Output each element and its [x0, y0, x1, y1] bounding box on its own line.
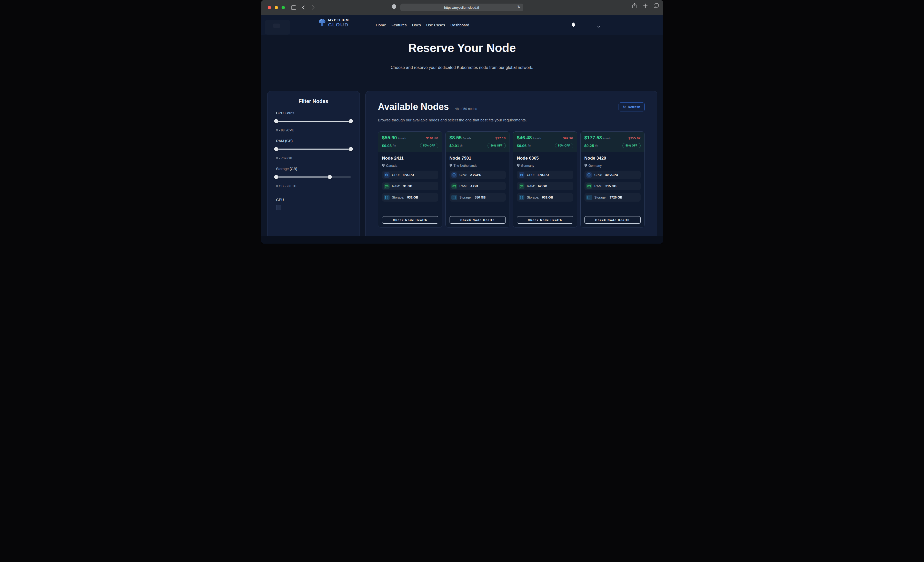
cpu-label: CPU:	[392, 173, 400, 177]
per-hour-label: /hr	[528, 144, 531, 147]
ram-spec-row: RAM: 315 GB	[585, 182, 640, 190]
price-per-month: $8.55	[450, 135, 462, 140]
check-node-health-button[interactable]: Check Node Health	[450, 216, 506, 224]
slider-handle-max[interactable]	[349, 147, 353, 151]
per-hour-label: /hr	[393, 144, 396, 147]
filter-panel: Filter Nodes CPU Cores 0 - 88 vCPU RAM (…	[267, 91, 360, 244]
storage-icon	[452, 195, 457, 200]
discount-badge: 50% OFF	[420, 143, 438, 148]
check-node-health-button[interactable]: Check Node Health	[517, 216, 573, 224]
back-icon[interactable]	[302, 5, 304, 10]
storage-label: Storage:	[594, 196, 606, 199]
node-card-body: Node 6365 Germany CPU: 8	[513, 152, 577, 227]
brand-logo[interactable]: MYCΞLIUM CLOUD	[318, 18, 349, 27]
node-location: Germany	[588, 164, 602, 167]
location-pin-icon	[585, 164, 587, 168]
node-card[interactable]: $177.53 /month $355.07 $0.25 /hr 50% OFF…	[580, 132, 645, 227]
check-node-health-button[interactable]: Check Node Health	[382, 216, 438, 224]
slider-handle-min[interactable]	[274, 119, 278, 123]
refresh-button[interactable]: ↻ Refresh	[619, 102, 645, 111]
slider-handle-max[interactable]	[349, 119, 353, 123]
tab-overview-icon[interactable]	[654, 3, 658, 8]
slider-handle-max[interactable]	[328, 175, 332, 179]
window-controls	[268, 6, 285, 9]
slider-track-active	[276, 121, 351, 122]
location-pin-icon	[382, 164, 385, 168]
sidebar-toggle-icon[interactable]	[291, 5, 296, 10]
ram-icon	[586, 184, 592, 189]
storage-value: 932 GB	[407, 196, 418, 199]
ram-spec-row: RAM: 62 GB	[517, 182, 573, 190]
node-card-body: Node 3420 Germany CPU: 40	[580, 152, 645, 227]
new-tab-icon[interactable]	[643, 4, 648, 8]
discount-badge: 50% OFF	[488, 143, 506, 148]
range-slider[interactable]	[276, 119, 351, 123]
price-per-hour: $0.08	[382, 143, 392, 148]
ram-label: RAM:	[392, 184, 400, 188]
node-card-body: Node 2411 Canada CPU: 8 v	[378, 152, 442, 227]
url-text: https://myceliumcloud.tf	[444, 6, 479, 9]
cpu-label: CPU:	[594, 173, 602, 177]
address-bar[interactable]: https://myceliumcloud.tf ↻	[400, 4, 523, 11]
zoom-window-button[interactable]	[282, 6, 285, 9]
node-card[interactable]: $46.48 /month $92.96 $0.06 /hr 50% OFF N…	[513, 132, 577, 227]
privacy-shield-icon[interactable]	[392, 4, 396, 9]
ram-spec-row: RAM: 4 GB	[450, 182, 506, 190]
nodes-panel-subtitle: Browse through our available nodes and s…	[378, 118, 645, 122]
storage-label: Storage:	[527, 196, 539, 199]
notifications-bell-icon[interactable]	[572, 22, 576, 28]
ram-icon	[384, 184, 390, 189]
filter-label: Storage (GB)	[276, 167, 351, 171]
gpu-filter-label: GPU	[276, 198, 351, 202]
ram-label: RAM:	[527, 184, 535, 188]
location-pin-icon	[450, 164, 452, 168]
filter-group: CPU Cores 0 - 88 vCPU	[276, 111, 351, 132]
nav-link[interactable]: Home	[376, 23, 386, 27]
storage-label: Storage:	[460, 196, 472, 199]
check-node-health-button[interactable]: Check Node Health	[585, 216, 640, 224]
range-slider[interactable]	[276, 147, 351, 151]
storage-spec-row: Storage: 550 GB	[450, 193, 506, 202]
cpu-spec-row: CPU: 40 vCPU	[585, 170, 640, 179]
reload-icon[interactable]: ↻	[517, 4, 520, 9]
browser-toolbar: https://myceliumcloud.tf ↻	[261, 0, 663, 15]
ram-value: 315 GB	[606, 184, 616, 188]
nav-link[interactable]: Features	[392, 23, 407, 27]
nodes-count: 48 of 50 nodes	[455, 107, 477, 111]
node-price-header: $177.53 /month $355.07 $0.25 /hr 50% OFF	[580, 132, 645, 152]
price-per-month: $46.48	[517, 135, 532, 140]
slider-handle-min[interactable]	[274, 175, 278, 179]
node-name: Node 6365	[517, 156, 573, 161]
share-icon[interactable]	[632, 3, 637, 9]
price-per-hour: $0.01	[450, 143, 459, 148]
filter-label: RAM (GB)	[276, 139, 351, 143]
nav-link[interactable]: Use Cases	[426, 23, 445, 27]
filter-range-text: 0 GB - 9.8 TB	[276, 184, 351, 188]
node-name: Node 2411	[382, 156, 438, 161]
storage-icon	[519, 195, 525, 200]
cpu-label: CPU:	[527, 173, 535, 177]
discount-badge: 50% OFF	[622, 143, 640, 148]
node-card[interactable]: $55.90 /month $101.80 $0.08 /hr 50% OFF …	[378, 132, 442, 227]
per-hour-label: /hr	[460, 144, 464, 147]
close-window-button[interactable]	[268, 6, 271, 9]
cpu-value: 2 vCPU	[470, 173, 482, 177]
nodes-panel-title: Available Nodes	[378, 102, 449, 112]
old-price: $101.80	[426, 136, 438, 140]
old-price: $355.07	[628, 136, 640, 140]
filter-group: RAM (GB) 0 - 709 GB	[276, 139, 351, 160]
node-price-header: $55.90 /month $101.80 $0.08 /hr 50% OFF	[378, 132, 442, 152]
nav-link[interactable]: Dashboard	[450, 23, 469, 27]
ram-value: 31 GB	[403, 184, 412, 188]
gpu-checkbox[interactable]	[276, 205, 281, 210]
forward-icon[interactable]	[312, 5, 315, 10]
nav-link[interactable]: Docs	[412, 23, 421, 27]
chevron-down-icon[interactable]	[597, 24, 600, 29]
ram-spec-row: RAM: 31 GB	[382, 182, 438, 190]
node-card[interactable]: $8.55 /month $17.10 $0.01 /hr 50% OFF No…	[446, 132, 510, 227]
node-name: Node 7901	[450, 156, 506, 161]
ram-value: 4 GB	[471, 184, 478, 188]
slider-handle-min[interactable]	[274, 147, 278, 151]
range-slider[interactable]	[276, 175, 351, 179]
minimize-window-button[interactable]	[274, 6, 278, 9]
